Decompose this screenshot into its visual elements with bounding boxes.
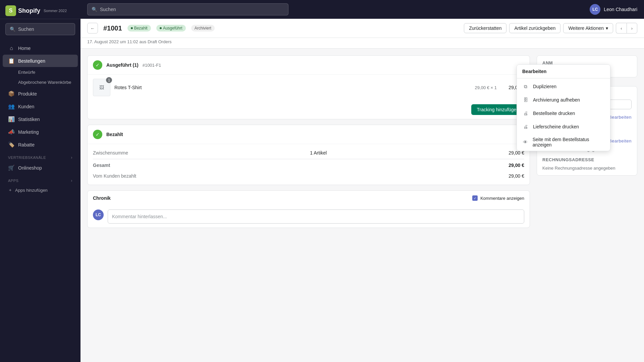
dropdown-lieferscheine-drucken[interactable]: 🖨 Lieferscheine drucken	[517, 120, 610, 133]
refund-button[interactable]: Zurückerstatten	[464, 23, 506, 33]
sidebar-item-label: Produkte	[18, 91, 37, 97]
fulfilled-icon: ✓	[93, 60, 102, 70]
order-meta: 17. August 2022 um 11:02 aus Draft Order…	[80, 38, 644, 49]
search-label: Suchen	[18, 26, 34, 32]
subtotal-row: Zwischensumme 1 Artikel 29,00 €	[93, 149, 524, 157]
sidebar-item-entwuerfe[interactable]: Entwürfe	[3, 67, 78, 77]
print2-icon: 🖨	[522, 123, 529, 130]
shopify-logo-icon: S	[5, 5, 16, 16]
sidebar-item-label: Bestellungen	[18, 58, 45, 64]
product-image: 🖼 1	[93, 79, 110, 96]
stats-icon: 📊	[8, 116, 15, 122]
marketing-icon: 📣	[8, 129, 15, 135]
prev-order-button[interactable]: ‹	[616, 23, 627, 34]
mehr-aktionen-button[interactable]: Weitere Aktionen ▾	[563, 23, 613, 33]
main-content: 🔍 Suchen LC Leon Chaudhari ← #1001 Bezah…	[80, 0, 644, 362]
dropdown-bearbeiten-label: Bearbeiten	[522, 69, 546, 74]
payment-title: Bezahlt	[106, 132, 123, 137]
sidebar-item-onlineshop[interactable]: 🛒 Onlineshop	[3, 162, 78, 174]
paid-label: Vom Kunden bezahlt	[93, 173, 136, 179]
discounts-icon: 🏷️	[8, 141, 15, 148]
image-placeholder-icon: 🖼	[99, 85, 104, 90]
dropdown-archivierung-label: Archivierung aufheben	[533, 97, 580, 103]
sidebar-item-marketing[interactable]: 📣 Marketing	[3, 126, 78, 138]
kommentare-checkbox[interactable]: ✓	[472, 195, 478, 201]
dropdown-duplizieren[interactable]: ⧉ Duplizieren	[517, 80, 610, 93]
product-qty-badge: 1	[106, 77, 112, 83]
product-price: 29,00 € × 1	[475, 85, 497, 90]
dropdown-bestellseite-drucken[interactable]: 🖨 Bestellseite drucken	[517, 107, 610, 120]
apps-add-label: Apps hinzufügen	[15, 188, 48, 193]
vertriebskanaele-label: Vertriebskanäle	[8, 156, 46, 160]
orders-icon: 📋	[8, 58, 15, 64]
sidebar-item-kunden[interactable]: 👥 Kunden	[3, 100, 78, 113]
fulfillment-card-header: ✓ Ausgeführt (1) #1001-F1 ···	[88, 56, 530, 75]
chevron-right-icon: ›	[71, 155, 73, 160]
payment-card: ✓ Bezahlt Zwischensumme 1 Artikel 29,00 …	[87, 125, 530, 185]
search-icon: 🔍	[92, 7, 97, 12]
next-order-button[interactable]: ›	[627, 23, 637, 34]
comment-input[interactable]: Kommentar hinterlassen...	[108, 209, 524, 224]
sidebar-item-abgebrochene[interactable]: Abgebrochene Warenkörbe	[3, 77, 78, 87]
fulfillment-id: #1001-F1	[143, 63, 161, 68]
dropdown-duplizieren-label: Duplizieren	[533, 84, 556, 89]
sidebar-item-label: Marketing	[18, 129, 39, 135]
chronik-header: Chronik ✓ Kommentare anzeigen	[88, 191, 530, 205]
subtotal-label: Zwischensumme	[93, 150, 128, 156]
eye-icon: 👁	[522, 139, 529, 145]
kommentare-checkbox-label[interactable]: ✓ Kommentare anzeigen	[472, 195, 524, 201]
global-search[interactable]: 🔍 Suchen	[87, 3, 288, 15]
season-badge: Sommer 2022	[44, 9, 67, 13]
chronik-card: Chronik ✓ Kommentare anzeigen LC Komment…	[87, 190, 530, 228]
chevron-right-icon: ›	[71, 178, 73, 183]
badge-archived: Archiviert	[191, 25, 215, 32]
sidebar-item-rabatte[interactable]: 🏷️ Rabatte	[3, 138, 78, 151]
sidebar: S Shopify Sommer 2022 🔍 Suchen ⌂ Home 📋 …	[0, 0, 80, 362]
payment-icon: ✓	[93, 130, 102, 139]
user-avatar: LC	[590, 4, 600, 15]
apps-add-button[interactable]: ＋ Apps hinzufügen	[3, 185, 78, 195]
badge-paid: Bezahlt	[127, 25, 151, 32]
sidebar-item-label: Kunden	[18, 104, 34, 109]
sidebar-item-home[interactable]: ⌂ Home	[3, 42, 78, 54]
paid-dot	[131, 27, 133, 29]
sidebar-item-statistiken[interactable]: 📊 Statistiken	[3, 113, 78, 125]
sidebar-item-label: Rabatte	[18, 142, 35, 147]
sidebar-item-label: Statistiken	[18, 117, 40, 122]
order-actions: Zurückerstatten Artikel zurückgeben Weit…	[464, 23, 637, 34]
total-value: 29,00 €	[508, 163, 524, 168]
plus-icon: ＋	[8, 187, 12, 193]
return-button[interactable]: Artikel zurückgeben	[509, 23, 560, 33]
back-button[interactable]: ←	[87, 23, 98, 34]
sidebar-item-bestellungen[interactable]: 📋 Bestellungen	[3, 55, 78, 67]
rechnungsadresse-text: Keine Rechnungsadresse angegeben	[542, 166, 632, 171]
apps-label: Apps	[8, 179, 18, 183]
shopify-logo: S Shopify Sommer 2022	[5, 5, 67, 16]
lieferadresse-edit-button[interactable]: Bearbeiten	[609, 138, 632, 143]
shopify-logo-text: Shopify	[18, 7, 40, 14]
dropdown-archivierung-aufheben[interactable]: 🗄 Archivierung aufheben	[517, 93, 610, 107]
dropdown-bestellstatus-anzeigen[interactable]: 👁 Seite mit dem Bestellstatus anzeigen	[517, 133, 610, 151]
dropdown-bestellseite-label: Bestellseite drucken	[533, 111, 575, 116]
badge-fulfilled: Ausgeführt	[156, 25, 186, 32]
sidebar-search[interactable]: 🔍 Suchen	[5, 23, 75, 35]
mehr-aktionen-dropdown: Bearbeiten ⧉ Duplizieren 🗄 Archivierung …	[517, 64, 610, 151]
chevron-down-icon: ▾	[606, 25, 608, 31]
search-text: Suchen	[100, 7, 116, 12]
online-shop-icon: 🛒	[8, 165, 15, 171]
fulfillment-title-block: Ausgeführt (1)	[106, 62, 139, 68]
kontakt-edit-button[interactable]: Bearbeiten	[609, 115, 632, 120]
paid-value: 29,00 €	[508, 173, 524, 179]
fulfillment-card: ✓ Ausgeführt (1) #1001-F1 ··· 🖼 1 Rotes …	[87, 55, 530, 119]
sidebar-item-label: Home	[18, 46, 31, 51]
product-name: Rotes T-Shirt	[114, 85, 471, 90]
fulfillment-title: Ausgeführt (1)	[106, 62, 139, 68]
duplicate-icon: ⧉	[522, 83, 529, 90]
order-date: 17. August 2022 um 11:02 aus Draft Order…	[87, 39, 171, 44]
rechnungsadresse-title: RECHNUNGSADRESSE	[542, 157, 632, 162]
sidebar-item-produkte[interactable]: 📦 Produkte	[3, 87, 78, 100]
total-row: Gesamt 29,00 €	[93, 159, 524, 169]
apps-section: Apps ›	[0, 174, 80, 184]
payment-section: Zwischensumme 1 Artikel 29,00 € Gesamt 2…	[88, 144, 530, 185]
order-number: #1001	[103, 24, 122, 32]
